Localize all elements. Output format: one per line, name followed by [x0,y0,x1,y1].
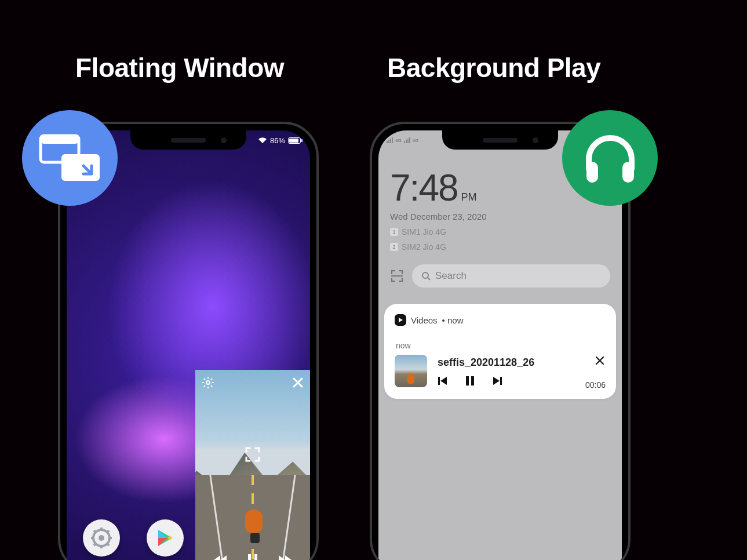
svg-line-14 [94,543,96,546]
home-screen: 7 86% [67,130,310,560]
scan-icon[interactable] [390,269,404,283]
svg-rect-18 [248,554,251,560]
search-placeholder: Search [435,270,467,282]
notif-close-button[interactable] [594,355,606,366]
lock-date: Wed December 23, 2020 [390,212,610,221]
next-button[interactable] [492,376,502,386]
video-subject [245,510,265,543]
svg-point-20 [422,272,428,278]
float-rewind-button[interactable] [214,554,228,560]
sim1-line: 1 SIM1 Jio 4G [390,227,610,237]
wifi-icon [258,137,267,144]
notif-time: • now [442,315,464,325]
svg-line-12 [107,543,109,546]
clock-time: 7:48 [390,166,458,209]
playstore-icon [147,519,184,557]
prev-button[interactable] [438,376,448,386]
app-icon [395,314,406,326]
app-playstore[interactable]: Play Store [142,519,188,560]
battery-icon [288,137,301,144]
svg-line-21 [428,278,430,280]
battery-pct: 86% [270,136,285,145]
search-icon [421,271,431,281]
svg-point-6 [99,535,104,541]
media-notification[interactable]: Videos • now now seffis_20201128_26 [384,304,616,399]
svg-rect-22 [438,377,440,385]
float-forward-button[interactable] [278,554,291,560]
track-title: seffis_20201128_26 [438,357,534,369]
settings-icon [83,519,120,557]
notif-app-name: Videos [411,315,438,325]
svg-rect-25 [500,377,502,385]
svg-rect-1 [41,136,79,144]
headphones-badge-icon [562,110,658,206]
sim2-line: 2 SIM2 Jio 4G [390,242,610,252]
sim2-label: SIM2 Jio 4G [402,242,446,252]
svg-line-13 [107,530,109,533]
svg-point-15 [206,381,210,384]
sim-badge-icon: 2 [390,243,398,251]
notch [130,130,246,150]
clock-ampm: PM [461,191,477,203]
svg-rect-19 [254,554,257,560]
sim-badge-icon: 1 [390,228,398,236]
search-input[interactable]: Search [412,264,610,288]
sim1-label: SIM1 Jio 4G [402,227,446,237]
signal-icon [404,137,410,143]
svg-rect-4 [622,162,634,183]
svg-rect-3 [586,162,598,183]
heading-floating-window: Floating Window [75,52,284,83]
net-label: 4G [395,138,402,143]
svg-rect-2 [61,154,100,181]
float-fullscreen-button[interactable] [244,446,261,463]
pause-button[interactable] [465,376,475,386]
float-pause-button[interactable] [247,554,258,560]
signal-icon [387,137,393,143]
floating-video-window[interactable] [195,370,310,560]
home-dock: Settings Play Store [78,519,188,560]
heading-background-play: Background Play [387,52,600,83]
svg-line-11 [94,530,96,533]
elapsed-time: 00:06 [585,380,606,390]
notif-header: Videos • now [395,314,606,326]
float-settings-button[interactable] [201,376,215,390]
net-label: 4G [413,138,419,143]
app-settings[interactable]: Settings [78,519,125,560]
svg-rect-24 [471,376,474,386]
track-thumbnail [395,355,427,387]
notif-subtitle: now [396,341,606,350]
pip-badge-icon [22,110,118,206]
svg-rect-23 [466,376,469,386]
notch [442,130,558,150]
float-close-button[interactable] [291,376,304,389]
